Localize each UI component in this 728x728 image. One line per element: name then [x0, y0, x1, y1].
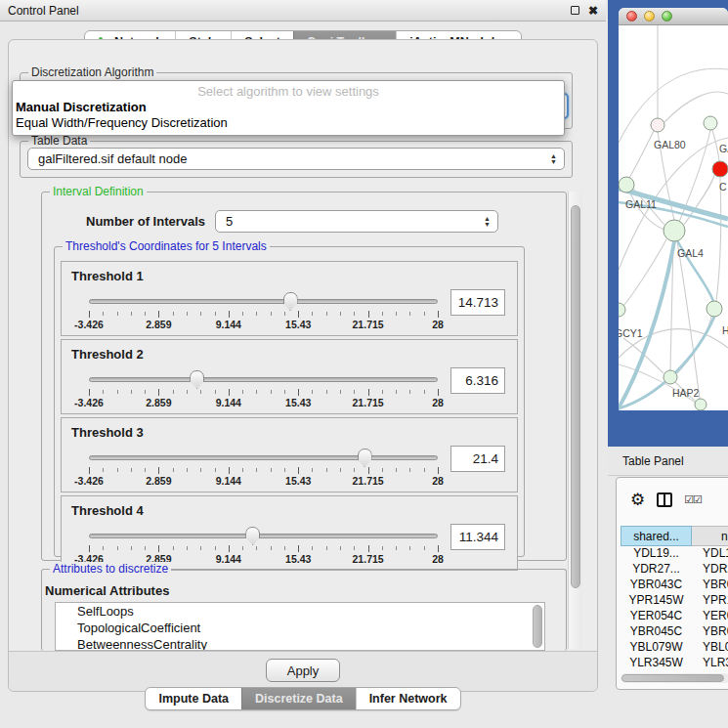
- close-icon[interactable]: ✖: [588, 5, 598, 17]
- slider-tick: [326, 546, 327, 550]
- split-panel-icon[interactable]: [657, 492, 672, 507]
- numerical-attributes-heading: Numerical Attributes: [45, 583, 169, 598]
- slider-tick: [256, 546, 257, 550]
- slider-tick: [215, 390, 216, 394]
- cell-shared-name: YBR043C: [621, 578, 692, 593]
- network-node[interactable]: [707, 301, 722, 317]
- network-canvas[interactable]: GAL80GACGAL11GAL4GCY1HHAP2: [619, 25, 728, 410]
- discretization-algorithm-label: Discretization Algorithm: [28, 65, 156, 79]
- network-node[interactable]: [695, 399, 707, 410]
- slider-tick: [382, 546, 383, 550]
- tab-discretize-data[interactable]: Discretize Data: [241, 688, 356, 709]
- minimize-traffic-light-icon[interactable]: [644, 11, 655, 21]
- threshold-slider-track[interactable]: [89, 299, 438, 304]
- close-traffic-light-icon[interactable]: [626, 11, 637, 21]
- cell-name: YBR0: [692, 578, 728, 593]
- threshold-slider-thumb[interactable]: [190, 370, 204, 389]
- number-of-intervals-combobox[interactable]: 5 ▲▼: [215, 210, 498, 233]
- network-node-label: GCY1: [619, 327, 643, 339]
- table-horizontal-scrollbar[interactable]: [621, 673, 728, 683]
- content-scrollbar[interactable]: [568, 192, 582, 649]
- slider-scale-label: 28: [432, 553, 444, 565]
- slider-scale-label: 2.859: [146, 397, 171, 408]
- slider-tick: [312, 390, 313, 394]
- network-node[interactable]: [619, 177, 634, 193]
- algorithm-option-equal-width[interactable]: Equal Width/Frequency Discretization: [13, 114, 564, 130]
- apply-button[interactable]: Apply: [266, 659, 340, 682]
- slider-tick: [298, 389, 299, 396]
- threshold-label: Threshold 4: [71, 503, 144, 518]
- threshold-value-field[interactable]: 6.316: [450, 367, 505, 394]
- table-data-combobox[interactable]: galFiltered.sif default node ▲▼: [27, 148, 565, 170]
- column-header-shared-name[interactable]: shared...: [621, 526, 692, 546]
- table-row[interactable]: YBR045CYBR0: [621, 624, 728, 640]
- threshold-value-field[interactable]: 21.4: [450, 446, 505, 472]
- table-row[interactable]: YPR145WYPR1: [621, 593, 728, 609]
- slider-tick: [229, 311, 230, 318]
- table-row[interactable]: YBR043CYBR0: [621, 578, 728, 593]
- threshold-value-field[interactable]: 11.344: [450, 524, 505, 550]
- algorithm-placeholder-option[interactable]: Select algorithm to view settings: [13, 81, 564, 99]
- tab-infer-network[interactable]: Infer Network: [356, 688, 460, 709]
- slider-tick: [438, 389, 439, 396]
- slider-tick: [200, 546, 201, 550]
- slider-tick: [131, 546, 132, 550]
- slider-tick: [215, 546, 216, 550]
- network-node[interactable]: [712, 161, 728, 177]
- threshold-slider-thumb[interactable]: [358, 449, 372, 467]
- threshold-slider-thumb[interactable]: [283, 292, 298, 311]
- table-horizontal-scrollbar-thumb[interactable]: [621, 674, 724, 682]
- attribute-list-item[interactable]: SelfLoops: [56, 603, 544, 620]
- slider-tick: [117, 468, 118, 472]
- bottom-tab-bar: Impute DataDiscretize DataInfer Network: [0, 687, 606, 710]
- threshold-slider-track[interactable]: [89, 534, 438, 538]
- threshold-slider-track[interactable]: [89, 377, 438, 382]
- attribute-list-item[interactable]: BetweennessCentrality: [56, 636, 544, 651]
- slider-tick: [131, 390, 132, 394]
- network-node[interactable]: [664, 220, 685, 241]
- slider-tick: [187, 546, 188, 550]
- attributes-scrollbar-thumb[interactable]: [533, 605, 542, 648]
- tab-impute-data[interactable]: Impute Data: [146, 688, 241, 709]
- table-row[interactable]: YDR27...YDR2: [621, 562, 728, 578]
- threshold-slider-thumb[interactable]: [245, 527, 260, 545]
- slider-tick: [131, 468, 132, 472]
- numerical-attributes-list[interactable]: SelfLoopsTopologicalCoefficientBetweenne…: [55, 602, 545, 651]
- slider-tick: [409, 312, 410, 316]
- select-columns-icon[interactable]: ☑☑: [684, 493, 702, 506]
- table-row[interactable]: YDL19...YDL1: [621, 546, 728, 562]
- slider-tick: [354, 390, 355, 394]
- slider-tick: [409, 546, 410, 550]
- float-window-icon[interactable]: [571, 6, 579, 15]
- network-node-label: GAL11: [625, 198, 657, 210]
- slider-tick: [382, 312, 383, 316]
- table-row[interactable]: YER054CYER0: [621, 609, 728, 624]
- network-node[interactable]: [704, 116, 717, 130]
- gear-icon[interactable]: ⚙: [630, 492, 645, 508]
- slider-tick: [438, 467, 439, 474]
- slider-tick: [242, 468, 243, 472]
- content-scrollbar-thumb[interactable]: [571, 205, 580, 588]
- table-row[interactable]: YLR345WYLR3: [621, 656, 728, 671]
- table-panel-toolbar: ⚙ ☑☑: [617, 478, 728, 521]
- cell-shared-name: YPR145W: [621, 593, 692, 609]
- slider-tick: [173, 390, 174, 394]
- slider-scale-label: -3.426: [74, 475, 104, 487]
- zoom-traffic-light-icon[interactable]: [662, 11, 672, 21]
- algorithm-option-manual[interactable]: Manual Discretization: [13, 99, 564, 114]
- cell-shared-name: YDR27...: [621, 562, 692, 578]
- slider-scale-label: 21.715: [353, 319, 384, 330]
- slider-tick: [312, 312, 313, 316]
- network-node[interactable]: [664, 370, 677, 384]
- column-header-name[interactable]: na: [692, 526, 728, 546]
- threshold-value-field[interactable]: 14.713: [450, 289, 505, 316]
- network-node-label: GAL4: [677, 247, 704, 259]
- threshold-slider-track[interactable]: [89, 455, 438, 460]
- slider-tick: [354, 312, 355, 316]
- slider-tick: [354, 468, 355, 472]
- slider-tick: [368, 545, 369, 552]
- table-row[interactable]: YBL079WYBL0: [621, 640, 728, 656]
- slider-scale-label: 2.859: [146, 475, 171, 487]
- network-node[interactable]: [651, 118, 664, 132]
- attribute-list-item[interactable]: TopologicalCoefficient: [56, 620, 544, 636]
